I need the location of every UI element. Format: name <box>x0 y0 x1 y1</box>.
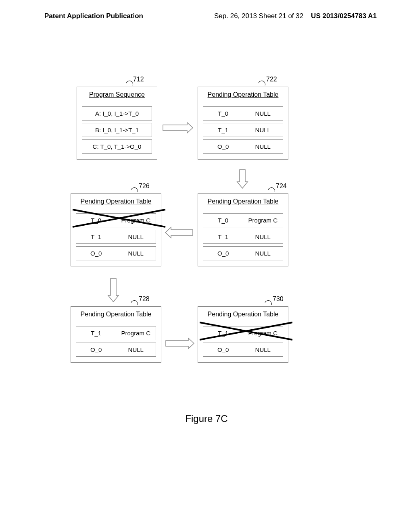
pending-table-724: Pending Operation Table T_0 Program C T_… <box>198 193 288 266</box>
table-row: T_1 NULL <box>203 123 283 137</box>
figure-caption: Figure 7C <box>0 413 413 424</box>
label-726: 726 <box>139 183 150 190</box>
seq-row-a: A: I_0, I_1->T_0 <box>82 106 152 121</box>
pending-table-728: Pending Operation Table T_1 Program C O_… <box>71 306 161 363</box>
seq-row-b: B: I_0, I_1->T_1 <box>82 123 152 137</box>
program-sequence-title: Program Sequence <box>77 87 157 104</box>
diagram-canvas: Program Sequence A: I_0, I_1->T_0 B: I_0… <box>0 24 413 524</box>
label-724: 724 <box>276 183 287 190</box>
page-header: Patent Application Publication Sep. 26, … <box>0 0 413 24</box>
cell-key: O_0 <box>76 247 116 260</box>
cell-key: T_1 <box>203 123 243 137</box>
cell-key: T_0 <box>203 214 243 227</box>
table-row: O_0 NULL <box>203 343 283 357</box>
table-row: T_0 Program C <box>203 213 283 227</box>
label-712: 712 <box>133 76 144 83</box>
label-728: 728 <box>139 295 150 303</box>
pending-table-726: Pending Operation Table T_0 Program C T_… <box>71 193 161 266</box>
cell-val: NULL <box>243 247 283 260</box>
pending-table-722: Pending Operation Table T_0 NULL T_1 NUL… <box>198 87 288 160</box>
seq-row-c: C: T_0, T_1->O_0 <box>82 139 152 154</box>
cell-key: T_0 <box>203 107 243 120</box>
header-pubnum: US 2013/0254783 A1 <box>311 12 377 20</box>
table-row: T_1 Program C <box>76 326 156 340</box>
arrow-down-icon <box>236 167 249 191</box>
cell-val: NULL <box>243 123 283 137</box>
cell-val: Program C <box>243 214 283 227</box>
pending-title-724: Pending Operation Table <box>198 194 288 211</box>
cell-val: NULL <box>243 107 283 120</box>
header-center: Sep. 26, 2013 Sheet 21 of 32 <box>214 12 303 20</box>
cell-val: Program C <box>116 214 156 227</box>
cell-key: T_1 <box>76 230 116 243</box>
pending-title-722: Pending Operation Table <box>198 87 288 104</box>
cell-key: O_0 <box>76 343 116 356</box>
table-row: T_1 NULL <box>203 230 283 244</box>
cell-key: T_0 <box>76 214 116 227</box>
cell-val: Program C <box>243 326 283 340</box>
cell-val: Program C <box>116 326 156 340</box>
table-row: O_0 NULL <box>203 139 283 154</box>
pending-table-730: Pending Operation Table T_1 Program C O_… <box>198 306 288 363</box>
cell-val: NULL <box>243 140 283 153</box>
cell-val: NULL <box>116 230 156 243</box>
table-row: T_1 Program C <box>203 326 283 340</box>
table-row: O_0 NULL <box>203 246 283 260</box>
table-row: T_0 NULL <box>203 106 283 121</box>
cell-val: NULL <box>243 230 283 243</box>
label-730: 730 <box>273 295 284 303</box>
cell-val: NULL <box>116 247 156 260</box>
cell-key: T_1 <box>203 326 243 340</box>
table-row: T_1 NULL <box>76 230 156 244</box>
arrow-right-icon <box>161 121 194 135</box>
pending-title-726: Pending Operation Table <box>71 194 161 211</box>
cell-val: NULL <box>116 343 156 356</box>
program-sequence-box: Program Sequence A: I_0, I_1->T_0 B: I_0… <box>77 87 157 160</box>
pending-title-730: Pending Operation Table <box>198 307 288 324</box>
cell-key: T_1 <box>203 230 243 243</box>
cell-key: O_0 <box>203 140 243 153</box>
cell-key: O_0 <box>203 343 243 356</box>
arrow-left-icon <box>165 226 195 239</box>
table-row: O_0 NULL <box>76 343 156 357</box>
header-left: Patent Application Publication <box>44 12 143 20</box>
cell-key: O_0 <box>203 247 243 260</box>
arrow-down-icon <box>106 276 120 304</box>
pending-title-728: Pending Operation Table <box>71 307 161 324</box>
table-row: O_0 NULL <box>76 246 156 260</box>
table-row: T_0 Program C <box>76 213 156 227</box>
label-722: 722 <box>266 76 277 83</box>
arrow-right-icon <box>163 337 196 350</box>
cell-key: T_1 <box>76 326 116 340</box>
cell-val: NULL <box>243 343 283 356</box>
